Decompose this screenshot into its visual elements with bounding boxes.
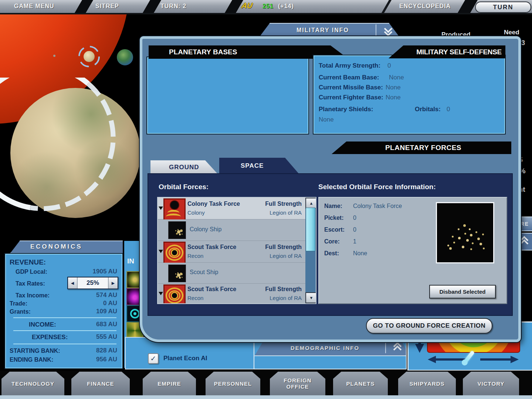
- ship-formation-icon: [447, 245, 449, 246]
- tax-rates-label: Tax Rates:: [16, 280, 45, 287]
- ending-bank-value: 956 AU: [96, 356, 117, 363]
- tiny-planet[interactable]: [53, 55, 55, 57]
- need-column-header: Need: [504, 29, 519, 36]
- military-info-title: MILITARY INFO: [259, 27, 376, 34]
- economics-title: ECONOMICS: [10, 243, 82, 250]
- tab-label: EMPIRE: [157, 381, 181, 387]
- task-force-preview-image: [436, 202, 494, 263]
- name-value: Colony Task Force: [353, 203, 402, 209]
- task-force-subtitle: Recon: [187, 295, 203, 301]
- dest-label: Dest:: [324, 250, 339, 257]
- tab-space-label: SPACE: [219, 162, 264, 170]
- expand-arrow-icon[interactable]: [159, 250, 163, 253]
- task-force-subtitle: Recon: [187, 253, 203, 259]
- planetary-bases-title: PLANETARY BASES: [149, 48, 237, 56]
- gdp-local-label: GDP Local:: [16, 269, 47, 275]
- encyclopedia-button[interactable]: ENCYCLOPEDIA: [399, 3, 451, 10]
- orbital-forces-list: Colony Task Force Colony Full Strength L…: [157, 197, 316, 304]
- tab-personnel[interactable]: PERSONNEL: [206, 372, 260, 395]
- expand-arrow-icon[interactable]: [159, 207, 163, 210]
- scroll-up-button[interactable]: ▲: [305, 198, 316, 209]
- list-scrollbar[interactable]: ▲ ▼: [305, 198, 316, 302]
- sitrep-button[interactable]: SITREP: [95, 3, 119, 10]
- bar-divider: [225, 0, 243, 13]
- green-planet[interactable]: [117, 49, 133, 65]
- turn-counter: TURN: 2: [160, 3, 186, 10]
- turn-button[interactable]: TURN: [475, 1, 531, 13]
- escort-label: Escort:: [324, 226, 345, 233]
- tab-ground[interactable]: GROUND: [150, 160, 218, 174]
- turn-button-label: TURN: [493, 4, 513, 11]
- list-item[interactable]: Scout Task Force Recon Full Strength Leg…: [158, 241, 305, 263]
- scroll-down-button[interactable]: ▼: [305, 292, 316, 303]
- ground-force-creation-button[interactable]: GO TO GROUND FORCE CREATION: [366, 318, 492, 334]
- income-label: INCOME:: [29, 321, 56, 328]
- demographic-collapse-button[interactable]: [389, 343, 406, 352]
- missile-base-value: None: [386, 84, 401, 91]
- trade-value: 0 AU: [103, 300, 117, 307]
- selected-force-info-box: Name: Colony Task Force Picket: 0 Escort…: [318, 197, 507, 304]
- scout-ship-icon: [168, 265, 186, 282]
- game-menu-button[interactable]: GAME MENU: [14, 3, 54, 10]
- tax-rate-increase-button[interactable]: ▶: [109, 277, 118, 289]
- tab-label: PERSONNEL: [214, 381, 252, 387]
- planetary-forces-panel: Orbital Forces: Selected Orbital Force I…: [148, 173, 513, 316]
- demographic-header[interactable]: DEMOGRAPHIC INFO: [254, 340, 406, 356]
- tab-technology[interactable]: TECHNOLOGY: [1, 372, 64, 395]
- divider: [13, 344, 116, 344]
- tab-shipyards[interactable]: SHIPYARDS: [398, 372, 456, 395]
- tab-foreign-office[interactable]: FOREIGN OFFICE: [270, 372, 325, 395]
- task-force-owner: Legion of RA: [270, 209, 302, 216]
- task-force-subtitle: Colony: [187, 209, 205, 216]
- tab-label: PLANETS: [346, 381, 375, 387]
- tab-victory[interactable]: VICTORY: [463, 372, 519, 395]
- tab-bar-bottom-strip: [0, 395, 532, 399]
- picket-value: 0: [353, 215, 356, 221]
- colony-ship-icon: [168, 221, 186, 239]
- tab-space[interactable]: SPACE: [219, 158, 299, 174]
- right-arrow-icon[interactable]: [479, 355, 519, 364]
- military-dialog: PLANETARY BASES Total Army Strength: 0 C…: [140, 36, 521, 342]
- planet-selection-ring: [0, 78, 155, 233]
- planet-econ-ai-label: Planet Econ AI: [163, 355, 207, 362]
- colony-task-force-icon: [163, 198, 186, 221]
- selected-info-label: Selected Orbital Force Information:: [318, 183, 436, 191]
- scout-task-force-icon: [163, 284, 186, 304]
- ground-force-creation-label: GO TO GROUND FORCE CREATION: [373, 322, 486, 330]
- scrollbar-thumb[interactable]: [306, 208, 315, 251]
- planet-econ-ai-checkbox[interactable]: ✓: [148, 353, 159, 364]
- tab-planets[interactable]: PLANETS: [333, 372, 388, 395]
- demographic-panel: DEMOGRAPHIC INFO: [254, 339, 407, 369]
- task-force-status: Full Strength: [265, 201, 302, 207]
- bar-slash: [382, 0, 392, 13]
- self-defense-banner: MILITARY SELF-DEFENSE: [389, 45, 505, 58]
- escort-value: 0: [353, 226, 356, 233]
- tax-rate-decrease-button[interactable]: ◀: [68, 277, 77, 289]
- revenue-heading: REVENUE:: [10, 258, 46, 266]
- planetary-shields-label: Planetary Shields:: [319, 106, 373, 113]
- tab-finance[interactable]: FINANCE: [71, 372, 130, 395]
- task-force-owner: Legion of RA: [270, 295, 302, 301]
- military-info-tab[interactable]: MILITARY INFO: [259, 23, 400, 38]
- bar-divider: [143, 0, 161, 13]
- fighter-base-value: None: [386, 94, 401, 101]
- treasury-delta: (+14): [278, 3, 294, 10]
- tab-label: TECHNOLOGY: [11, 381, 54, 387]
- tab-ground-label: GROUND: [150, 164, 199, 171]
- expand-arrow-icon[interactable]: [159, 292, 163, 295]
- list-item[interactable]: Colony Task Force Colony Full Strength L…: [158, 198, 305, 219]
- tax-rate-field[interactable]: 25%: [77, 277, 109, 289]
- army-strength-value: 0: [387, 62, 391, 69]
- divider: [13, 317, 116, 318]
- demographic-title: DEMOGRAPHIC INFO: [254, 345, 385, 351]
- list-item[interactable]: Colony Ship: [158, 219, 305, 241]
- disband-selected-button[interactable]: Disband Selected: [429, 285, 496, 299]
- tax-rate-spinner: ◀ 25% ▶: [67, 277, 118, 289]
- tab-empire[interactable]: EMPIRE: [143, 372, 196, 395]
- list-item[interactable]: Scout Ship: [158, 263, 305, 284]
- expenses-label: EXPENSES:: [32, 334, 68, 341]
- tab-label: FINANCE: [87, 381, 114, 387]
- planetary-forces-banner: PLANETARY FORCES: [332, 141, 511, 154]
- list-item[interactable]: Scout Task Force Recon Full Strength Leg…: [158, 284, 305, 304]
- military-info-collapse-button[interactable]: [376, 26, 400, 35]
